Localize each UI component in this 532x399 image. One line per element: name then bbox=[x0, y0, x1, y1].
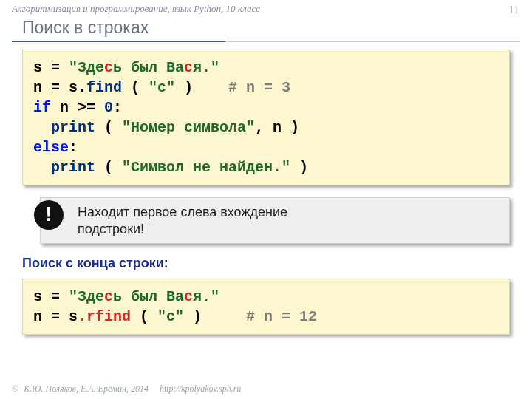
footer-authors: К.Ю. Поляков, Е.А. Ерёмин, 2014 bbox=[24, 383, 149, 394]
sub-heading: Поиск с конца строки: bbox=[22, 256, 510, 271]
title-divider bbox=[12, 41, 520, 42]
code-block-find: s = "Здесь был Вася." n = s.find ( "с" )… bbox=[22, 50, 510, 185]
note-callout: ! Находит первое слева вхождение подстро… bbox=[40, 197, 510, 244]
breadcrumb: Алгоритмизация и программирование, язык … bbox=[0, 0, 532, 15]
copyright-symbol: © bbox=[12, 383, 18, 394]
note-line-2: подстроки! bbox=[78, 221, 497, 238]
footer: © К.Ю. Поляков, Е.А. Ерёмин, 2014 http:/… bbox=[12, 383, 241, 395]
exclamation-icon: ! bbox=[34, 200, 64, 230]
code-block-rfind: s = "Здесь был Вася." n = s.rfind ( "с" … bbox=[22, 279, 510, 335]
page-number: 11 bbox=[509, 4, 519, 16]
note-line-1: Находит первое слева вхождение bbox=[78, 204, 497, 221]
footer-url: http://kpolyakov.spb.ru bbox=[160, 383, 241, 394]
page-title: Поиск в строках bbox=[22, 18, 520, 38]
